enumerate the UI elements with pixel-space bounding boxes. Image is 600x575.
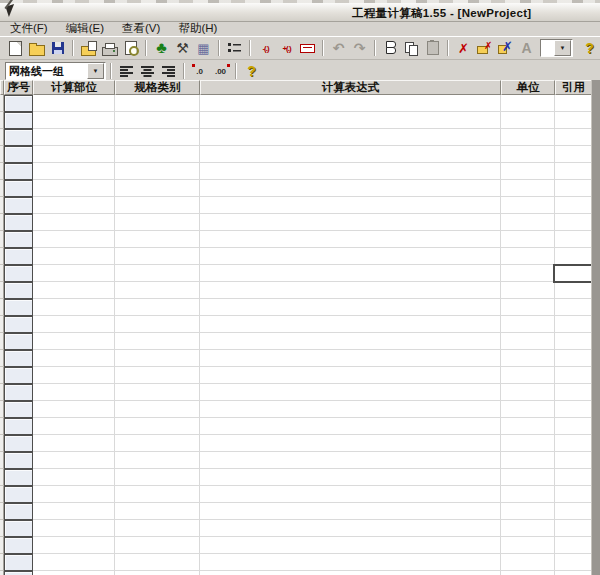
grid-cell[interactable]	[33, 112, 115, 129]
grid-cell[interactable]	[33, 367, 115, 384]
grid-cell[interactable]	[555, 112, 592, 129]
grid-cell[interactable]	[501, 333, 555, 350]
grid-cell[interactable]	[200, 435, 501, 452]
open-file-button[interactable]	[26, 38, 47, 58]
row-index-cell[interactable]	[4, 129, 33, 146]
menu-help[interactable]: 帮助(H)	[174, 21, 225, 36]
grid-cell[interactable]	[33, 214, 115, 231]
grid-cell[interactable]	[200, 554, 501, 571]
row-index-cell[interactable]	[4, 452, 33, 469]
grid-cell[interactable]	[200, 537, 501, 554]
grid-cell[interactable]	[200, 316, 501, 333]
grid-cell[interactable]	[115, 486, 200, 503]
grid-cell[interactable]	[501, 401, 555, 418]
grid-cell[interactable]	[555, 469, 592, 486]
grid-cell[interactable]	[115, 537, 200, 554]
grid-cell[interactable]	[555, 248, 592, 265]
grid-cell[interactable]	[555, 571, 592, 575]
grid-cell[interactable]	[555, 231, 592, 248]
save-button[interactable]	[47, 38, 68, 58]
grid-cell[interactable]	[115, 265, 200, 282]
grid-cell[interactable]	[115, 163, 200, 180]
undo-button[interactable]: ↶	[328, 38, 349, 58]
row-index-cell[interactable]	[4, 384, 33, 401]
grid-cell[interactable]	[200, 265, 501, 282]
grid-cell[interactable]	[33, 316, 115, 333]
format-help-button[interactable]: ?	[241, 61, 262, 81]
grid-cell[interactable]	[33, 146, 115, 163]
grid-cell[interactable]	[501, 112, 555, 129]
grid-cell[interactable]	[501, 248, 555, 265]
grid-cell[interactable]	[115, 367, 200, 384]
grid-cell[interactable]	[115, 571, 200, 575]
find-combobox[interactable]: ▼	[540, 39, 573, 57]
grid-cell[interactable]	[33, 418, 115, 435]
grid-cell[interactable]	[33, 503, 115, 520]
help-button[interactable]: ?	[579, 38, 600, 58]
grid-cell[interactable]	[115, 418, 200, 435]
row-index-cell[interactable]	[4, 282, 33, 299]
grid-cell[interactable]	[555, 146, 592, 163]
project-view-button[interactable]: ♣	[151, 38, 172, 58]
row-index-cell[interactable]	[4, 520, 33, 537]
grid-cell[interactable]	[501, 299, 555, 316]
grid-cell[interactable]	[555, 95, 592, 112]
bracket-pair-button[interactable]	[297, 38, 318, 58]
grid-cell[interactable]	[501, 503, 555, 520]
grid-cell[interactable]	[501, 214, 555, 231]
grid-cell[interactable]	[501, 129, 555, 146]
grid-cell[interactable]	[33, 282, 115, 299]
row-index-cell[interactable]	[4, 571, 33, 575]
grid-cell[interactable]	[501, 231, 555, 248]
row-index-cell[interactable]	[4, 367, 33, 384]
align-center-button[interactable]	[137, 61, 158, 81]
delete-button[interactable]: ✗	[453, 38, 474, 58]
row-index-cell[interactable]	[4, 265, 33, 282]
grid-cell[interactable]	[555, 282, 592, 299]
row-index-cell[interactable]	[4, 197, 33, 214]
decimal-increase-button[interactable]: .00	[210, 61, 231, 81]
tools-button[interactable]: ⚒	[172, 38, 193, 58]
row-index-cell[interactable]	[4, 333, 33, 350]
grid-style-dropdown-button[interactable]: ▼	[87, 63, 104, 79]
redo-button[interactable]: ↷	[349, 38, 370, 58]
outline-list-button[interactable]	[224, 38, 245, 58]
grid-cell[interactable]	[555, 401, 592, 418]
decimal-decrease-button[interactable]: .0	[189, 61, 210, 81]
row-index-cell[interactable]	[4, 95, 33, 112]
grid-cell[interactable]	[555, 197, 592, 214]
grid-cell[interactable]	[200, 486, 501, 503]
column-header-1[interactable]: 序号	[4, 80, 33, 95]
grid-cell[interactable]	[33, 401, 115, 418]
remove-bracket-button[interactable]: -(.)	[255, 38, 276, 58]
grid-cell[interactable]	[200, 520, 501, 537]
grid-cell[interactable]	[501, 350, 555, 367]
row-index-cell[interactable]	[4, 231, 33, 248]
row-index-cell[interactable]	[4, 435, 33, 452]
grid-cell[interactable]	[115, 299, 200, 316]
grid-cell[interactable]	[115, 129, 200, 146]
grid-cell[interactable]	[115, 435, 200, 452]
grid-cell[interactable]	[200, 248, 501, 265]
grid-cell[interactable]	[115, 180, 200, 197]
column-header-3[interactable]: 规格类别	[115, 80, 200, 95]
grid-cell[interactable]	[555, 452, 592, 469]
grid-cell[interactable]	[200, 146, 501, 163]
column-header-5[interactable]: 单位	[501, 80, 555, 95]
grid-cell[interactable]	[33, 129, 115, 146]
grid-cell[interactable]	[115, 452, 200, 469]
delete-column-button[interactable]: ✗	[495, 38, 516, 58]
grid-cell[interactable]	[200, 282, 501, 299]
grid-cell[interactable]	[33, 350, 115, 367]
properties-button[interactable]: ▦	[193, 38, 214, 58]
grid-cell[interactable]	[115, 384, 200, 401]
grid-cell[interactable]	[33, 469, 115, 486]
row-index-cell[interactable]	[4, 418, 33, 435]
grid-cell[interactable]	[501, 554, 555, 571]
merge-rows-button[interactable]	[380, 38, 401, 58]
grid-cell[interactable]	[200, 231, 501, 248]
grid-cell[interactable]	[200, 503, 501, 520]
grid-cell[interactable]	[555, 486, 592, 503]
row-index-cell[interactable]	[4, 112, 33, 129]
grid-cell[interactable]	[115, 469, 200, 486]
